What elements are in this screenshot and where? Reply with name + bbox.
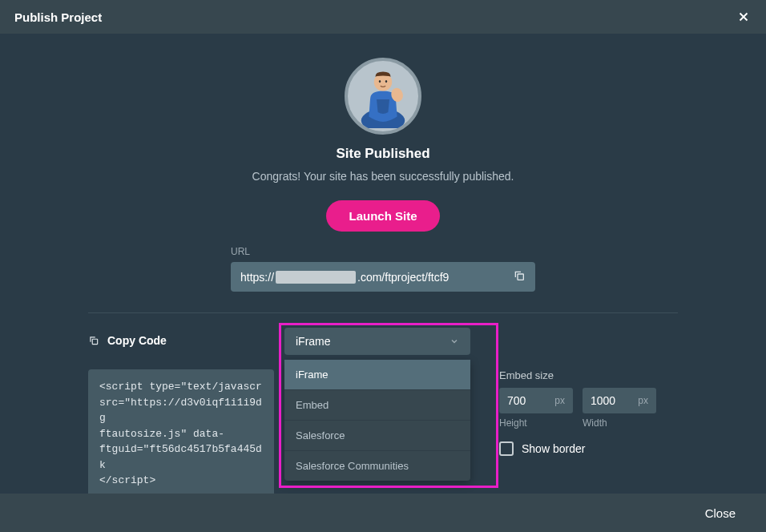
height-input[interactable]: 700 px	[499, 388, 573, 413]
width-input[interactable]: 1000 px	[583, 388, 656, 413]
svg-point-2	[379, 80, 381, 83]
url-field[interactable]: https:// .com/ftproject/ftcf9	[231, 262, 535, 292]
dropdown-item-iframe[interactable]: iFrame	[284, 360, 470, 390]
embed-section: Copy Code iFrame iFrame Embed Salesforce…	[0, 313, 766, 498]
modal-title: Publish Project	[14, 10, 102, 24]
svg-rect-7	[92, 339, 97, 344]
select-value: iFrame	[296, 335, 331, 348]
close-button[interactable]: Close	[705, 506, 736, 520]
embed-type-dropdown: iFrame Embed Salesforce Salesforce Commu…	[284, 360, 470, 481]
show-border-label: Show border	[522, 442, 585, 455]
height-label: Height	[499, 417, 573, 429]
copy-code-label[interactable]: Copy Code	[88, 328, 284, 347]
copy-url-icon[interactable]	[513, 269, 526, 284]
width-label: Width	[583, 417, 656, 429]
url-label: URL	[231, 246, 535, 257]
dropdown-item-salesforce-communities[interactable]: Salesforce Communities	[284, 451, 470, 481]
svg-rect-6	[518, 274, 523, 280]
url-suffix: .com/ftproject/ftcf9	[357, 271, 449, 284]
modal-body: Site Published Congrats! Your site has b…	[0, 34, 766, 498]
modal-header: Publish Project	[0, 0, 766, 34]
embed-code-box[interactable]: <script type="text/javascrsrc="https://d…	[88, 369, 274, 498]
svg-point-3	[385, 80, 387, 83]
url-prefix: https://	[240, 271, 274, 284]
url-redacted	[276, 271, 356, 284]
published-heading: Site Published	[0, 146, 766, 162]
show-border-checkbox[interactable]	[499, 441, 514, 456]
embed-type-select[interactable]: iFrame	[284, 328, 470, 355]
chevron-down-icon	[450, 337, 459, 346]
launch-site-button[interactable]: Launch Site	[326, 200, 439, 232]
dropdown-item-embed[interactable]: Embed	[284, 390, 470, 421]
embed-size-label: Embed size	[499, 369, 656, 381]
modal-footer: Close	[0, 494, 766, 532]
close-icon[interactable]	[736, 9, 752, 25]
dropdown-item-salesforce[interactable]: Salesforce	[284, 421, 470, 451]
avatar	[345, 58, 421, 135]
published-subtext: Congrats! Your site has been successfull…	[0, 170, 766, 183]
